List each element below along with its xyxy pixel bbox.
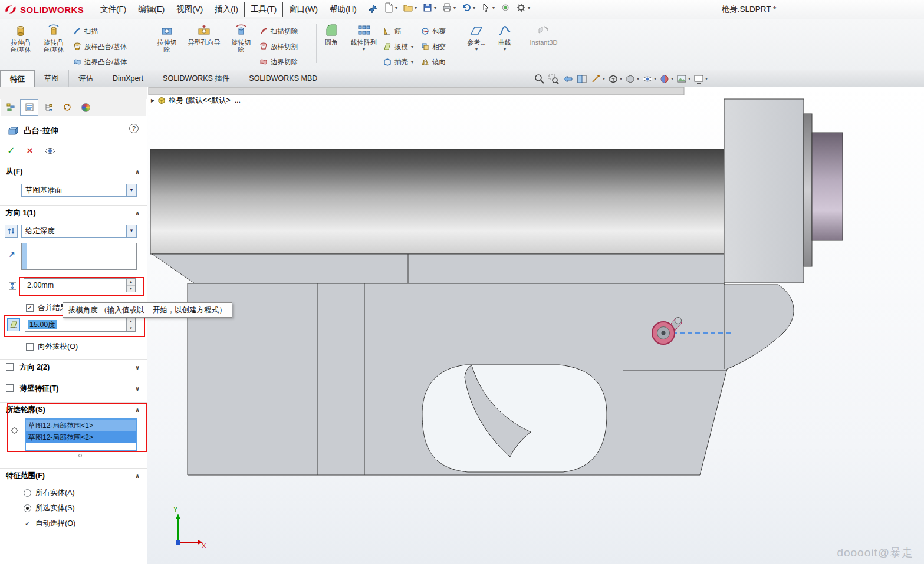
swept-cut-button[interactable]: 扫描切除 [259, 24, 298, 38]
options-gear-icon[interactable]: ▾ [516, 2, 530, 13]
expand-arrow-icon[interactable]: ▶ [151, 98, 154, 103]
hole-wizard-button[interactable]: 异型孔向导 [184, 22, 224, 68]
dropdown-arrow-icon[interactable]: ▾ [363, 46, 365, 53]
from-dropdown[interactable]: 草图基准面 ▼ [21, 184, 137, 197]
extruded-cut-button[interactable]: 拉伸切 除 [152, 22, 182, 68]
expand-chevron-icon[interactable]: ∨ [135, 381, 140, 396]
section-view-icon[interactable] [576, 73, 588, 85]
menu-file[interactable]: 文件(F) [94, 2, 132, 17]
reference-geometry-button[interactable]: 参考... ▾ [461, 22, 492, 68]
merge-result-row[interactable]: ✓ 合并结果 [26, 303, 67, 313]
dropdown-arrow-icon[interactable]: ▼ [126, 225, 136, 237]
dropdown-arrow-icon[interactable]: ▾ [475, 46, 478, 53]
contour-list-item[interactable]: 草图12-局部范围<2> [26, 431, 136, 443]
all-bodies-radio[interactable] [24, 489, 31, 497]
selected-bodies-row[interactable]: 所选实体(S) [24, 503, 75, 513]
boundary-boss-button[interactable]: 边界凸台/基体 [73, 55, 127, 69]
dropdown-arrow-icon[interactable]: ▾ [504, 46, 506, 53]
thin-feature-checkbox[interactable] [6, 384, 14, 392]
menu-edit[interactable]: 编辑(E) [132, 2, 170, 17]
tab-evaluate[interactable]: 评估 [69, 70, 103, 87]
boundary-cut-button[interactable]: 边界切除 [259, 55, 298, 69]
draft-outward-checkbox[interactable] [26, 343, 34, 351]
hide-show-items-icon[interactable]: ▾ [642, 73, 656, 85]
expand-chevron-icon[interactable]: ∨ [135, 360, 140, 375]
shell-button[interactable]: 抽壳▾ [383, 55, 413, 69]
lofted-boss-button[interactable]: 放样凸台/基体 [73, 39, 127, 54]
tab-sw-addins[interactable]: SOLIDWORKS 插件 [153, 70, 239, 87]
print-icon[interactable]: ▾ [442, 2, 456, 13]
collapse-chevron-icon[interactable]: ∧ [135, 206, 140, 220]
menu-tools[interactable]: 工具(T) [244, 2, 283, 17]
tab-sw-mbd[interactable]: SOLIDWORKS MBD [239, 70, 327, 87]
revolved-cut-button[interactable]: 旋转切 除 [226, 22, 256, 68]
from-section-header[interactable]: 从(F) ∧ [0, 164, 147, 179]
intersect-button[interactable]: 相交 [421, 39, 446, 54]
draft-button[interactable]: 拔模▾ [383, 39, 413, 54]
collapse-chevron-icon[interactable]: ∧ [135, 469, 140, 483]
open-icon[interactable]: ▾ [403, 2, 417, 13]
rear-cap[interactable] [812, 133, 843, 240]
select-cursor-icon[interactable]: ▾ [481, 2, 495, 13]
revolved-boss-button[interactable]: 旋转凸 台/基体 [38, 22, 70, 68]
depth-input[interactable]: 2.00mm ▲▼ [24, 278, 136, 292]
slide-band[interactable] [152, 254, 724, 283]
depth-spinner[interactable]: ▲▼ [126, 279, 135, 292]
graphics-area[interactable]: Y X [147, 87, 924, 564]
display-manager-tab[interactable] [77, 99, 95, 116]
barrel-cylinder[interactable] [150, 149, 805, 254]
auto-select-checkbox[interactable]: ✓ [24, 520, 31, 527]
merge-result-checkbox[interactable]: ✓ [26, 304, 34, 312]
fillet-button[interactable]: 圆角 [318, 22, 344, 68]
instant3d-button[interactable]: Instant3D [522, 22, 565, 68]
edit-appearance-icon[interactable]: ▾ [659, 73, 673, 85]
zoom-fit-icon[interactable] [534, 73, 545, 85]
direction1-section-header[interactable]: 方向 1(1) ∧ [0, 205, 147, 220]
pin-menu-icon[interactable] [367, 4, 378, 16]
new-document-icon[interactable]: ▾ [383, 2, 397, 13]
undo-icon[interactable]: ▾ [461, 2, 475, 13]
feature-scope-header[interactable]: 特征范围(F) ∧ [0, 468, 147, 483]
tab-features[interactable]: 特征 [0, 70, 35, 87]
dropdown-arrow-icon[interactable]: ▼ [126, 184, 136, 196]
feature-tree-root-item[interactable]: ▶ 枪身 (默认<<默认>_... [151, 95, 241, 105]
thin-feature-section-header[interactable]: 薄壁特征(T) ∨ [0, 381, 147, 396]
end-condition-dropdown[interactable]: 给定深度 ▼ [21, 225, 137, 238]
lofted-cut-button[interactable]: 放样切割 [259, 39, 298, 54]
property-manager-tab[interactable] [20, 99, 38, 116]
zoom-area-icon[interactable] [548, 73, 560, 85]
wrap-button[interactable]: 包覆 [421, 24, 446, 38]
all-bodies-row[interactable]: 所有实体(A) [24, 488, 75, 498]
annotation-views-icon[interactable]: ▾ [590, 73, 605, 85]
ok-button[interactable]: ✓ [7, 145, 15, 156]
view-orientation-icon[interactable]: ▾ [607, 73, 622, 85]
help-icon[interactable]: ? [129, 124, 139, 133]
save-icon[interactable]: ▾ [422, 2, 436, 13]
feature-tree-flyout-bar[interactable] [149, 87, 684, 95]
menu-view[interactable]: 视图(V) [170, 2, 209, 17]
rear-block[interactable] [724, 99, 804, 283]
selected-contours-header[interactable]: 所选轮廓(S) ∧ [0, 402, 147, 417]
selected-bodies-radio[interactable] [24, 504, 31, 512]
linear-pattern-button[interactable]: 线性阵列 ▾ [347, 22, 381, 68]
menu-window[interactable]: 窗口(W) [283, 2, 324, 17]
draft-spinner[interactable]: ▲▼ [126, 318, 135, 331]
contour-list-item[interactable]: 草图12-局部范围<1> [26, 420, 136, 431]
collapse-chevron-icon[interactable]: ∧ [135, 403, 140, 417]
rear-block-edge[interactable] [804, 114, 812, 266]
auto-select-row[interactable]: ✓ 自动选择(O) [24, 519, 75, 529]
swept-boss-button[interactable]: 扫描 [73, 24, 98, 38]
extruded-boss-button[interactable]: 拉伸凸 台/基体 [5, 22, 37, 68]
direction2-section-header[interactable]: 方向 2(2) ∨ [0, 359, 147, 375]
feature-manager-tab[interactable] [1, 99, 19, 116]
view-settings-icon[interactable]: ▾ [693, 73, 708, 85]
display-style-icon[interactable]: ▾ [624, 73, 639, 85]
selected-contours-list[interactable]: 草图12-局部范围<1> 草图12-局部范围<2> [25, 418, 137, 451]
collapse-chevron-icon[interactable]: ∧ [135, 164, 140, 179]
rib-button[interactable]: 筋 [383, 24, 402, 38]
reverse-direction-button[interactable] [5, 225, 18, 238]
draft-angle-input[interactable]: 15.00度 ▲▼ [25, 318, 136, 332]
previous-view-icon[interactable] [562, 73, 574, 85]
mirror-button[interactable]: 镜向 [421, 55, 446, 69]
draft-outward-row[interactable]: 向外拔模(O) [26, 342, 78, 352]
